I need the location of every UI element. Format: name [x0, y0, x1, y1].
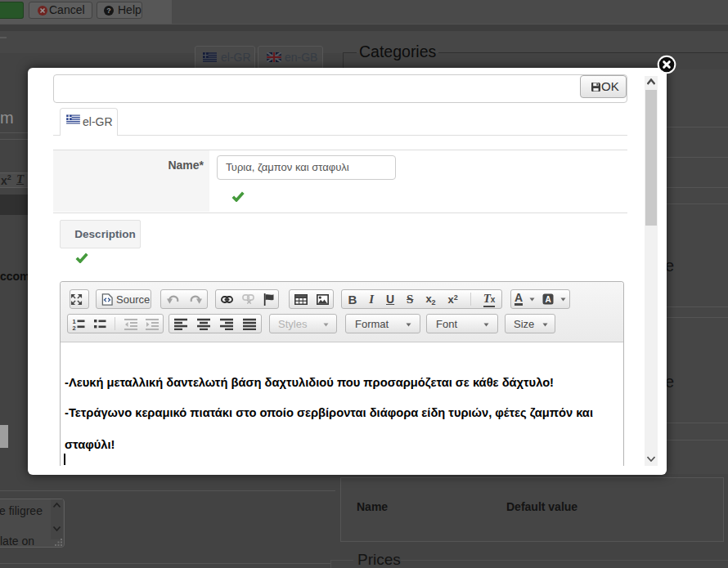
svg-text:2: 2 [73, 324, 76, 330]
svg-text:?: ? [106, 7, 111, 15]
svg-text:A: A [545, 295, 550, 304]
